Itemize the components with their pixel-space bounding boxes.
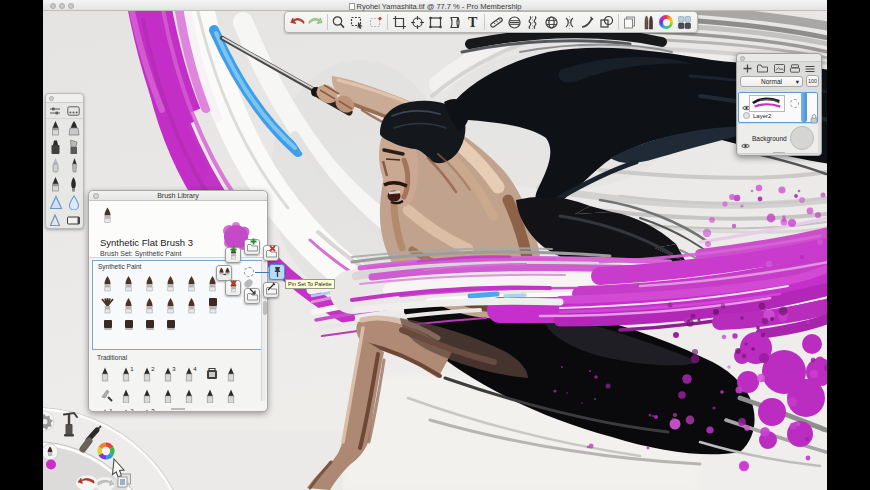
svg-text:2: 2 — [130, 408, 134, 412]
svg-text:3: 3 — [151, 408, 155, 412]
svg-text:1: 1 — [130, 366, 134, 372]
svg-text:3: 3 — [172, 366, 176, 372]
svg-text:4: 4 — [193, 366, 197, 372]
svg-text:2: 2 — [151, 366, 155, 372]
svg-text:1: 1 — [109, 408, 113, 412]
